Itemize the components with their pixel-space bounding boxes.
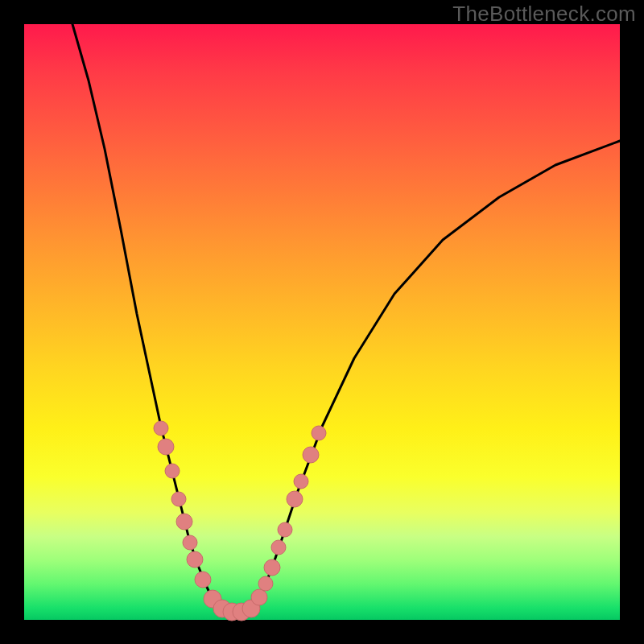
data-dot <box>258 576 273 591</box>
data-dot <box>158 439 174 455</box>
data-dot <box>312 426 326 440</box>
data-dot <box>264 559 280 576</box>
chart-frame: TheBottleneck.com <box>0 0 644 644</box>
data-dot <box>303 447 319 463</box>
data-dot <box>154 421 168 436</box>
data-dot <box>195 572 211 588</box>
curve-group <box>72 24 620 614</box>
data-dot <box>278 522 292 537</box>
plot-area <box>24 24 620 620</box>
data-dot <box>187 551 203 568</box>
brand-watermark: TheBottleneck.com <box>452 2 636 27</box>
data-dot <box>294 474 308 489</box>
data-dot <box>287 491 303 507</box>
data-dot <box>165 464 180 478</box>
chart-svg <box>24 24 620 620</box>
data-dot <box>171 492 186 506</box>
bottleneck-curve <box>72 24 620 614</box>
data-dot <box>271 540 286 555</box>
dots-group <box>154 421 326 621</box>
data-dot <box>183 535 197 550</box>
data-dot <box>251 589 267 605</box>
data-dot <box>176 514 192 530</box>
